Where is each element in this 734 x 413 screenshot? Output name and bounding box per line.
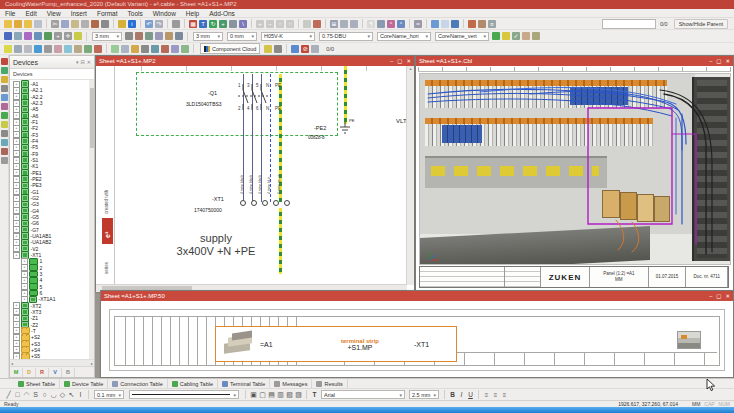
menu-tools[interactable]: Tools (123, 10, 148, 17)
bus-bar-icon[interactable] (44, 32, 52, 40)
zoom-out-icon[interactable]: − (266, 20, 274, 28)
grid-icon[interactable]: ▦ (189, 20, 197, 28)
copy-attr-icon[interactable]: ▢ (258, 391, 267, 399)
show-hide-parent-button[interactable]: Show/Hide Parent (674, 19, 728, 29)
save-icon[interactable] (24, 20, 32, 28)
terminal-strip-legend[interactable]: =A1 terminal strip +S1.MP -XT1 (215, 326, 457, 362)
connect-signal-icon[interactable]: ° (387, 20, 395, 28)
menu-insert[interactable]: Insert (66, 10, 92, 17)
text-tool-icon[interactable]: T (199, 20, 207, 28)
circle-tool-icon[interactable]: ○ (40, 391, 49, 398)
assign-wire-icon[interactable] (502, 32, 510, 40)
arc-tool-icon[interactable]: ◠ (22, 391, 31, 399)
schematic-canvas[interactable]: created with e³ series use or disclosure… (96, 66, 414, 292)
align-right-icon[interactable]: ≡ (500, 392, 509, 398)
moss-tool-icon[interactable] (181, 45, 189, 53)
gray-tool-icon[interactable] (44, 45, 52, 53)
doc-tool-icon[interactable] (121, 45, 129, 53)
junction-icon[interactable]: ✛ (64, 32, 72, 40)
italic-button[interactable]: I (457, 391, 466, 398)
devices-tab[interactable]: M (10, 368, 23, 377)
sheet-list-icon[interactable] (441, 20, 449, 28)
compare-icon[interactable]: = (414, 20, 422, 28)
misc-rail-icon[interactable] (1, 157, 8, 164)
tree-horizontal-scrollbar[interactable]: ◂ ▸ (10, 359, 94, 366)
check-icon[interactable]: ✓ (512, 32, 520, 40)
new-sheet-icon[interactable] (4, 20, 12, 28)
table-a-icon[interactable] (14, 45, 22, 53)
export-icon[interactable] (264, 45, 272, 53)
delete-icon[interactable] (81, 20, 89, 28)
lock-wire-icon[interactable] (532, 32, 540, 40)
tab-sheet-table[interactable]: Sheet Table (14, 379, 60, 388)
minimize-icon[interactable]: – (709, 56, 712, 66)
text-tool-button[interactable]: T (310, 391, 319, 398)
terminal-plan-canvas[interactable]: =A1 terminal strip +S1.MP -XT1 (101, 301, 733, 377)
device-down-icon[interactable] (14, 32, 22, 40)
pin-icon[interactable]: ⊟ (81, 59, 85, 65)
scroll-left-icon[interactable]: ◂ (11, 361, 13, 366)
rotate-icon[interactable]: ▨ (294, 391, 303, 399)
align-center-icon[interactable]: ≡ (491, 392, 500, 398)
zoom-sheet-icon[interactable] (303, 20, 311, 28)
lock-icon[interactable] (118, 20, 126, 28)
xt1-terminal-points[interactable] (240, 200, 290, 206)
blue-rail-icon[interactable] (1, 94, 8, 101)
layer-a-icon[interactable]: ▤ (267, 391, 276, 399)
q1-part-label[interactable]: 3LD15040TBS3 (186, 101, 222, 107)
highlighter-icon[interactable] (4, 45, 12, 53)
undo-icon[interactable]: ↶ (145, 20, 153, 28)
menu-help[interactable]: Help (181, 10, 204, 17)
dimension-tool-icon[interactable]: I (76, 391, 85, 398)
paste-attr-icon[interactable]: ▣ (249, 391, 258, 399)
place-symbol-icon[interactable]: + (219, 20, 227, 28)
gray2-rail-icon[interactable] (1, 130, 8, 137)
paste-icon[interactable] (71, 20, 79, 28)
close-icon[interactable]: ✕ (725, 56, 730, 66)
tab-results[interactable]: Results (312, 379, 347, 388)
font-size-select[interactable]: 2.5 mm▾ (409, 390, 439, 399)
tab-cabling-table[interactable]: Cabling Table (168, 379, 218, 388)
assign-core-icon[interactable] (492, 32, 500, 40)
schematic-window-titlebar[interactable]: Sheet =A1+S1+.MP2 – ▢ ✕ (96, 56, 414, 66)
terminal-window-titlebar[interactable]: Sheet =A1+S1+.MP.50 – ▢ ✕ (101, 291, 733, 301)
core-name-hori-select[interactable]: CoreName_hori▾ (377, 32, 431, 41)
cyan-tool-icon[interactable] (64, 45, 72, 53)
options-icon[interactable] (468, 20, 476, 28)
underline-button[interactable]: U (466, 391, 475, 398)
device-tree[interactable]: +-A1+-A2.1+-A2.2+-A2.3+-A5+-A6+-F1+-F2+-… (10, 80, 94, 359)
xt1-part-label[interactable]: 1740750000 (194, 207, 222, 213)
lock-rail-icon[interactable] (1, 76, 8, 83)
format-painter-icon[interactable] (91, 20, 99, 28)
wire-type-select[interactable]: H05V-K▾ (261, 32, 315, 41)
pink-tool-icon[interactable] (54, 45, 62, 53)
cabinet-window-titlebar[interactable]: Sheet =A1+S1+.Cbl – ▢ ✕ (416, 56, 733, 66)
devices-tab-strip[interactable]: Devices (10, 69, 94, 80)
tab-messages[interactable]: Messages (270, 379, 312, 388)
align-left-icon[interactable]: ≡ (482, 392, 491, 398)
layer-b-icon[interactable]: ▥ (276, 391, 285, 399)
pilcrow-icon[interactable]: ¶ (367, 20, 375, 28)
brown-tool-icon[interactable] (161, 45, 169, 53)
select-frame-icon[interactable] (172, 20, 180, 28)
font-family-select[interactable]: Arial▾ (321, 390, 405, 399)
pin-tool-icon[interactable] (478, 20, 486, 28)
tan-tool-icon[interactable] (74, 45, 82, 53)
pink-rail-icon[interactable] (1, 103, 8, 110)
save-all-icon[interactable] (34, 20, 42, 28)
sheet-blue-icon[interactable] (34, 45, 42, 53)
sheet-grid-icon[interactable]: ⊞ (330, 20, 338, 28)
line-width-select[interactable]: 0.1 mm▾ (94, 390, 124, 399)
info-icon[interactable]: i (128, 20, 136, 28)
text-size-select[interactable]: 0 mm▾ (227, 32, 257, 41)
menu-add-ons[interactable]: Add-Ons (204, 10, 240, 17)
xt1-ref-label[interactable]: -XT1 (212, 196, 224, 202)
maximize-icon[interactable]: ▢ (716, 291, 721, 301)
minimize-icon[interactable]: – (709, 291, 712, 301)
cut-icon[interactable]: ✂ (51, 20, 59, 28)
line-tool-icon[interactable]: ╱ (4, 391, 13, 399)
tab-connection-table[interactable]: Connection Table (108, 379, 167, 388)
device-up-icon[interactable] (4, 32, 12, 40)
red-tool-icon[interactable] (94, 45, 102, 53)
level-icon[interactable] (175, 32, 183, 40)
